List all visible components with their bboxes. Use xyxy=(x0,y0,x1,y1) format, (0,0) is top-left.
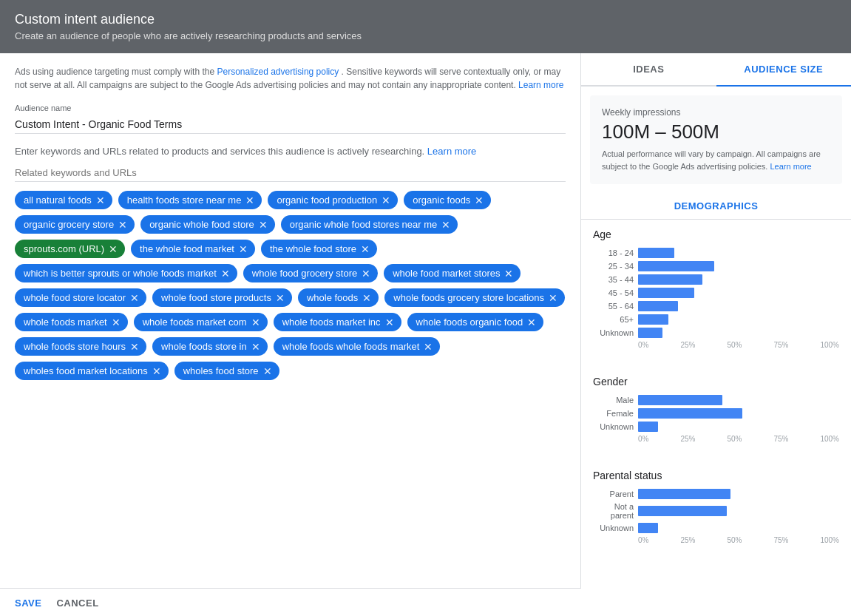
tag-remove-icon[interactable]: ✕ xyxy=(549,293,557,303)
age-x-axis: 0%25%50%75%100% xyxy=(638,341,839,349)
tag-remove-icon[interactable]: ✕ xyxy=(221,268,230,279)
learn-more-link-2[interactable]: Learn more xyxy=(427,146,476,157)
x-axis-label: 0% xyxy=(638,341,648,349)
x-axis-label: 75% xyxy=(773,341,788,349)
save-button[interactable]: SAVE xyxy=(15,598,41,609)
bar-fill xyxy=(638,301,678,311)
tag-label: organic whole food store xyxy=(149,219,254,230)
size-note-link[interactable]: Learn more xyxy=(770,162,811,171)
bar-fill xyxy=(638,489,730,499)
tag-label: whole food store locator xyxy=(24,292,126,303)
tag-label: health foods store near me xyxy=(127,194,242,206)
x-axis-label: 100% xyxy=(820,341,839,349)
bar-fill xyxy=(638,274,702,285)
audience-name-input[interactable] xyxy=(15,115,566,134)
tab-ideas[interactable]: IDEAS xyxy=(581,53,716,85)
tag-remove-icon[interactable]: ✕ xyxy=(424,342,433,352)
tag-remove-icon[interactable]: ✕ xyxy=(385,317,394,328)
bar-track xyxy=(638,422,839,432)
tag-remove-icon[interactable]: ✕ xyxy=(441,220,450,230)
tag-remove-icon[interactable]: ✕ xyxy=(118,220,127,230)
page-subtitle: Create an audience of people who are act… xyxy=(15,30,836,41)
tags-container: all natural foods✕health foods store nea… xyxy=(15,191,566,380)
tag-label: the whole food market xyxy=(140,243,234,254)
bar-label: 35 - 44 xyxy=(593,275,634,284)
tag-item: whole foods market inc✕ xyxy=(274,313,401,331)
tag-remove-icon[interactable]: ✕ xyxy=(96,195,105,206)
age-title: Age xyxy=(593,229,839,240)
right-panel: IDEAS AUDIENCE SIZE Weekly impressions 1… xyxy=(581,53,851,616)
tag-item: wholes food market locations✕ xyxy=(15,362,169,380)
tag-item: organic food production✕ xyxy=(268,191,398,209)
personalized-ad-policy-link[interactable]: Personalized advertising policy xyxy=(217,67,339,77)
tag-item: whole foods store hours✕ xyxy=(15,337,146,356)
x-axis-label: 50% xyxy=(727,536,742,544)
tag-remove-icon[interactable]: ✕ xyxy=(239,244,248,254)
tag-remove-icon[interactable]: ✕ xyxy=(245,195,254,206)
tag-remove-icon[interactable]: ✕ xyxy=(130,293,139,303)
keywords-input[interactable] xyxy=(15,164,566,182)
bar-label: Not a parent xyxy=(593,502,634,520)
tag-remove-icon[interactable]: ✕ xyxy=(251,342,260,352)
size-note: Actual performance will vary by campaign… xyxy=(602,148,830,172)
bar-fill xyxy=(638,328,662,338)
tag-remove-icon[interactable]: ✕ xyxy=(130,342,139,352)
bar-fill xyxy=(638,395,722,405)
bar-label: 18 - 24 xyxy=(593,248,634,257)
tag-item: the whole food store✕ xyxy=(261,240,377,258)
age-chart: 18 - 24 25 - 34 35 - 44 45 - 54 xyxy=(593,248,839,338)
tab-audience-size[interactable]: AUDIENCE SIZE xyxy=(716,53,852,87)
learn-more-link-1[interactable]: Learn more xyxy=(518,80,563,90)
tag-label: whole food market stores xyxy=(393,268,500,279)
tag-remove-icon[interactable]: ✕ xyxy=(361,244,370,254)
tag-item: health foods store near me✕ xyxy=(118,191,262,209)
tag-label: whole foods organic food xyxy=(416,317,523,328)
bar-label: 25 - 34 xyxy=(593,262,634,271)
tag-remove-icon[interactable]: ✕ xyxy=(112,317,121,328)
tag-item: which is better sprouts or whole foods m… xyxy=(15,264,237,282)
audience-name-label: Audience name xyxy=(15,104,566,112)
tabs-row: IDEAS AUDIENCE SIZE xyxy=(581,53,851,87)
page-header: Custom intent audience Create an audienc… xyxy=(0,0,851,53)
tag-label: organic foods xyxy=(413,194,470,206)
tag-remove-icon[interactable]: ✕ xyxy=(382,195,390,206)
bar-row: Unknown xyxy=(593,422,839,432)
tag-remove-icon[interactable]: ✕ xyxy=(504,268,513,279)
tag-remove-icon[interactable]: ✕ xyxy=(263,366,272,376)
bar-track xyxy=(638,506,839,516)
tag-remove-icon[interactable]: ✕ xyxy=(251,317,260,328)
tag-item: whole foods organic food✕ xyxy=(407,313,544,331)
tag-item: whole food market stores✕ xyxy=(384,264,521,282)
tag-remove-icon[interactable]: ✕ xyxy=(152,366,161,376)
tag-remove-icon[interactable]: ✕ xyxy=(362,268,370,279)
tag-label: whole foods store in xyxy=(161,341,247,352)
gender-section: Gender Male Female Unknown 0%25%50%75%10… xyxy=(581,367,851,461)
tag-label: organic whole food stores near me xyxy=(290,219,437,230)
tag-remove-icon[interactable]: ✕ xyxy=(259,220,268,230)
bar-row: Unknown xyxy=(593,328,839,338)
bar-label: Female xyxy=(593,409,634,418)
tag-item: sprouts.com (URL)✕ xyxy=(15,240,125,258)
tag-remove-icon[interactable]: ✕ xyxy=(109,244,118,254)
bar-row: Female xyxy=(593,408,839,419)
weekly-label: Weekly impressions xyxy=(602,107,830,118)
bar-fill xyxy=(638,408,742,419)
x-axis-label: 50% xyxy=(727,435,742,443)
tag-label: which is better sprouts or whole foods m… xyxy=(24,268,217,279)
demographics-btn[interactable]: DEMOGRAPHICS xyxy=(581,193,851,220)
parental-title: Parental status xyxy=(593,470,839,481)
footer-bar: SAVE CANCEL xyxy=(0,588,581,616)
audience-size-box: Weekly impressions 100M – 500M Actual pe… xyxy=(590,95,842,184)
tag-item: whole foods market com✕ xyxy=(134,313,268,331)
bar-fill xyxy=(638,288,694,298)
x-axis-label: 0% xyxy=(638,536,648,544)
tag-label: whole food store products xyxy=(161,292,271,303)
tag-remove-icon[interactable]: ✕ xyxy=(527,317,536,328)
tag-remove-icon[interactable]: ✕ xyxy=(362,293,371,303)
cancel-button[interactable]: CANCEL xyxy=(56,598,98,609)
tag-label: whole foods xyxy=(307,292,358,303)
bar-row: Parent xyxy=(593,489,839,499)
tag-item: organic whole food stores near me✕ xyxy=(281,215,458,234)
tag-remove-icon[interactable]: ✕ xyxy=(276,293,285,303)
tag-remove-icon[interactable]: ✕ xyxy=(475,195,484,206)
